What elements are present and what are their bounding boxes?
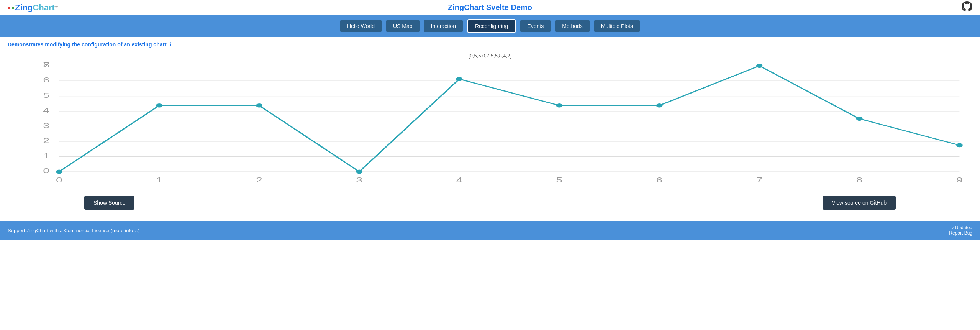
navbar: Hello World US Map Interaction Reconfigu… [0,15,980,37]
chart-buttons: Show Source View source on GitHub [8,188,972,217]
header: ●● ZingChart™ ZingChart Svelte Demo [0,0,980,15]
svg-text:2: 2 [256,176,262,184]
logo-tm: ™ [55,5,59,10]
description-text: Demonstrates modifying the configuration… [8,41,167,48]
description-bar: Demonstrates modifying the configuration… [8,41,972,48]
svg-point-33 [656,103,663,108]
footer: Support ZingChart with a Commercial Lice… [0,221,980,240]
nav-multiple-plots[interactable]: Multiple Plots [594,20,640,32]
footer-support-text: Support ZingChart with a Commercial Lice… [8,228,140,233]
chart-container: [0,5,5,0,7,5,5,8,4,2] 0 1 2 3 4 5 [8,49,972,184]
svg-point-35 [856,117,863,121]
footer-report-bug[interactable]: Report Bug [949,230,972,236]
svg-text:5: 5 [43,91,49,99]
svg-text:1: 1 [156,176,162,184]
svg-point-27 [56,170,62,174]
chart-svg: 0 1 2 3 4 5 6 7 8 0 1 2 3 4 5 [8,62,972,184]
footer-right: v Updated Report Bug [949,225,972,236]
svg-text:3: 3 [356,176,362,184]
chart-svg-wrapper: 0 1 2 3 4 5 6 7 8 0 1 2 3 4 5 [8,62,972,184]
nav-hello-world[interactable]: Hello World [340,20,382,32]
svg-point-30 [356,170,362,174]
page-title: ZingChart Svelte Demo [448,3,532,12]
svg-text:0: 0 [56,176,62,184]
footer-left: Support ZingChart with a Commercial Lice… [8,228,140,233]
footer-version: v Updated [949,225,972,230]
svg-text:3: 3 [43,121,49,129]
github-icon[interactable] [962,1,972,14]
svg-point-31 [456,77,462,81]
svg-point-32 [556,103,563,108]
svg-text:0: 0 [43,167,49,175]
nav-methods[interactable]: Methods [555,20,590,32]
svg-text:4: 4 [43,106,49,114]
logo: ●● ZingChart™ [8,3,59,13]
logo-zing: Zing [15,3,33,13]
nav-events[interactable]: Events [520,20,551,32]
nav-interaction[interactable]: Interaction [424,20,463,32]
svg-text:1: 1 [43,151,49,159]
svg-point-36 [956,143,963,148]
svg-text:6: 6 [656,176,663,184]
svg-text:7: 7 [756,176,763,184]
content: Demonstrates modifying the configuration… [0,37,980,217]
show-source-button[interactable]: Show Source [84,196,134,210]
logo-dots: ●● [8,5,15,11]
nav-reconfiguring[interactable]: Reconfiguring [467,19,516,33]
info-icon[interactable]: ℹ [170,41,172,48]
svg-point-29 [256,103,262,108]
svg-text:2: 2 [43,136,49,144]
nav-us-map[interactable]: US Map [386,20,420,32]
svg-text:9: 9 [956,176,963,184]
chart-title: [0,5,5,0,7,5,5,8,4,2] [8,53,972,59]
svg-text:8: 8 [856,176,863,184]
dot-red: ● [8,5,11,11]
logo-chart: Chart [33,3,54,13]
svg-text:8: 8 [43,62,49,69]
dot-green: ● [11,5,14,11]
svg-point-34 [756,64,763,68]
view-github-button[interactable]: View source on GitHub [823,196,896,210]
svg-text:6: 6 [43,76,49,84]
svg-text:4: 4 [456,176,462,184]
svg-text:5: 5 [556,176,563,184]
svg-point-28 [156,103,162,108]
